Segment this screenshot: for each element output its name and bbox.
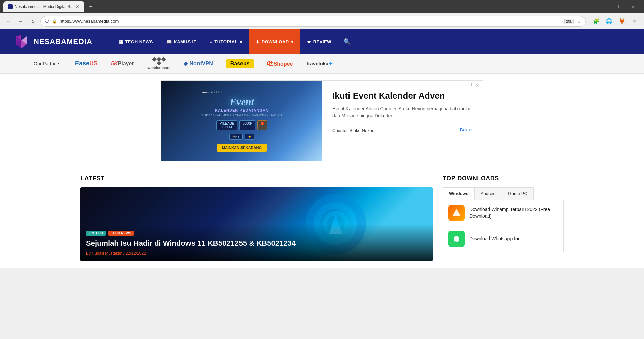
tab-favicon	[8, 4, 13, 9]
kamus-it-icon: 📖	[166, 39, 172, 44]
partner-wondershare[interactable]: wondershare	[148, 58, 170, 70]
ad-event-title: Event	[202, 97, 282, 107]
downloads-list: Download Winamp Terbaru 2022 (Free Downl…	[443, 200, 564, 252]
latest-title: LATEST	[80, 175, 433, 182]
download-item-whatsapp[interactable]: Download Whatsapp for	[443, 226, 563, 252]
latest-section: LATEST FINTECH TECH NEWS	[80, 175, 433, 261]
tab-android[interactable]: Android	[474, 187, 502, 200]
ad-studio-label: ▪▪▪▪▪▪ STUDIO	[202, 90, 282, 94]
article-title: Sejumlah Isu Hadir di Windows 11 KB50212…	[86, 239, 427, 248]
article-author: By	[86, 251, 92, 256]
globe-icon[interactable]: 🌐	[604, 16, 614, 27]
navigation-bar: ← → ↻ 🛡 🔒 https://www.nesabamedia.com 20…	[0, 13, 644, 29]
bottom-section: LATEST FINTECH TECH NEWS	[0, 172, 644, 261]
download-dropdown-icon: ▾	[291, 39, 294, 44]
site-header: NESABAMEDIA ▦ TECH NEWS 📖 KAMUS IT ≡ TUT…	[0, 29, 644, 54]
tab-windows[interactable]: Windows	[443, 187, 475, 200]
kamus-it-label: KAMUS IT	[174, 39, 196, 44]
partners-bar: Our Partners: EaseUS 5KPlayer wondershar…	[0, 54, 644, 74]
logo-text: NESABAMEDIA	[34, 37, 92, 46]
nav-tech-news[interactable]: ▦ TECH NEWS	[112, 29, 160, 54]
tutorial-icon: ≡	[210, 39, 212, 44]
nav-tutorial[interactable]: ≡ TUTORIAL ▾	[203, 29, 249, 54]
forward-button[interactable]: →	[16, 17, 25, 26]
article-date-value: 22/12/2022	[126, 251, 146, 256]
partner-baseus[interactable]: Baseus	[226, 59, 254, 68]
ad-item1: MILEAGE1500M	[216, 120, 237, 130]
tab-title: Nesabamedia - Media Digital S...	[15, 4, 73, 9]
ad-source: Counter-Strike Nexon	[332, 128, 374, 133]
article-meta: By Hudalil Mustakim / 22/12/2022	[86, 251, 427, 256]
partner-easeus[interactable]: EaseUS	[75, 60, 98, 67]
ad-text-area: ℹ ✕ Ikuti Event Kalender Adven Event Kal…	[322, 81, 483, 161]
article-tags: FINTECH TECH NEWS	[86, 231, 427, 236]
close-window-button[interactable]: ✕	[625, 1, 641, 12]
menu-button[interactable]: ≡	[629, 16, 640, 27]
main-navigation: ▦ TECH NEWS 📖 KAMUS IT ≡ TUTORIAL ▾ ⬇ DO…	[112, 29, 631, 54]
url-text: https://www.nesabamedia.com	[60, 19, 561, 24]
winamp-label: Download Winamp Terbaru 2022 (Free Downl…	[469, 206, 558, 219]
article-date: /	[123, 251, 126, 256]
lock-icon: 🔒	[52, 19, 57, 24]
article-overlay: FINTECH TECH NEWS Sejumlah Isu Hadir di …	[80, 224, 433, 261]
logo-area[interactable]: NESABAMEDIA	[13, 33, 92, 50]
nav-review[interactable]: ★ REVIEW	[300, 29, 338, 54]
partner-shopee[interactable]: 🛍Shopee	[267, 60, 293, 67]
ad-event-subtitle1: KALENDER KEDATANGAN	[202, 108, 282, 112]
partner-traveloka[interactable]: traveloka✈	[306, 61, 333, 67]
ad-open-link[interactable]: Buka ›	[460, 127, 473, 132]
tutorial-label: TUTORIAL	[214, 39, 237, 44]
tag-fintech: FINTECH	[86, 231, 106, 236]
address-bar[interactable]: 🛡 🔒 https://www.nesabamedia.com 20k ☆	[40, 16, 586, 27]
search-button[interactable]: 🔍	[338, 29, 356, 54]
top-downloads-title: TOP DOWNLOADS	[443, 175, 564, 182]
downloads-tabs: Windows Android Game PC	[443, 187, 564, 200]
new-tab-button[interactable]: +	[87, 3, 95, 10]
refresh-button[interactable]: ↻	[28, 17, 38, 26]
download-icon: ⬇	[256, 39, 260, 44]
browser-chrome: Nesabamedia - Media Digital S... ✕ + — ❐…	[0, 0, 644, 13]
ad-info-icon[interactable]: ℹ	[471, 83, 473, 87]
article-author-name[interactable]: Hudalil Mustakim	[92, 251, 122, 256]
download-label: DOWNLOAD	[262, 39, 289, 44]
partner-nordvpn[interactable]: ◆ NordVPN	[184, 60, 213, 67]
ad-event-subtitle2: SUKSESKAN MISI HARIAN DAN DAPATKAN HADIA…	[202, 114, 282, 117]
partner-5kplayer[interactable]: 5KPlayer	[111, 61, 134, 67]
logo-icon	[13, 33, 30, 50]
download-item-winamp[interactable]: Download Winamp Terbaru 2022 (Free Downl…	[443, 200, 563, 226]
shield-icon: 🛡	[45, 19, 49, 24]
restore-button[interactable]: ❐	[609, 1, 625, 12]
ad-item3: 🎁	[257, 120, 267, 130]
ad-close-icon[interactable]: ✕	[475, 83, 479, 88]
top-downloads-section: TOP DOWNLOADS Windows Android Game PC Do…	[443, 175, 564, 261]
back-button[interactable]: ←	[4, 17, 13, 26]
nav-download[interactable]: ⬇ DOWNLOAD ▾	[249, 29, 300, 54]
partners-label: Our Partners:	[34, 61, 62, 66]
ad-image: ▪▪▪▪▪▪ STUDIO Event KALENDER KEDATANGAN …	[161, 81, 322, 161]
nav-right-icons: 🧩 🌐 🦊 ≡	[591, 16, 640, 27]
bookmark-icon[interactable]: ☆	[577, 19, 581, 24]
advertisement: ▪▪▪▪▪▪ STUDIO Event KALENDER KEDATANGAN …	[161, 80, 483, 161]
ad-description: Event Kalender Adven Counter-Strike Nexo…	[332, 105, 473, 119]
window-controls: — ❐ ✕	[593, 1, 641, 12]
tab-game-pc[interactable]: Game PC	[502, 187, 534, 200]
whatsapp-icon	[448, 231, 465, 247]
latest-article[interactable]: FINTECH TECH NEWS Sejumlah Isu Hadir di …	[80, 187, 433, 261]
tech-news-icon: ▦	[119, 39, 123, 44]
nav-kamus-it[interactable]: 📖 KAMUS IT	[160, 29, 203, 54]
tag-tech-news: TECH NEWS	[108, 231, 134, 236]
extensions-button[interactable]: 🧩	[591, 16, 602, 27]
profile-button[interactable]: 🦊	[616, 16, 627, 27]
main-content: ▪▪▪▪▪▪ STUDIO Event KALENDER KEDATANGAN …	[0, 74, 644, 268]
article-image: FINTECH TECH NEWS Sejumlah Isu Hadir di …	[80, 187, 433, 261]
tech-news-label: TECH NEWS	[125, 39, 153, 44]
minimize-button[interactable]: —	[593, 1, 608, 12]
browser-tab[interactable]: Nesabamedia - Media Digital S... ✕	[3, 1, 84, 12]
ad-image-content: ▪▪▪▪▪▪ STUDIO Event KALENDER KEDATANGAN …	[198, 87, 286, 155]
ad-footer: Counter-Strike Nexon Buka ›	[332, 127, 473, 133]
svg-marker-5	[452, 209, 461, 216]
ad-play-button[interactable]: MAINKAN SEKARANG	[217, 144, 267, 152]
ad-item2: 5000P	[239, 120, 255, 130]
tab-close-button[interactable]: ✕	[75, 4, 79, 9]
score-badge: 20k	[564, 19, 574, 24]
